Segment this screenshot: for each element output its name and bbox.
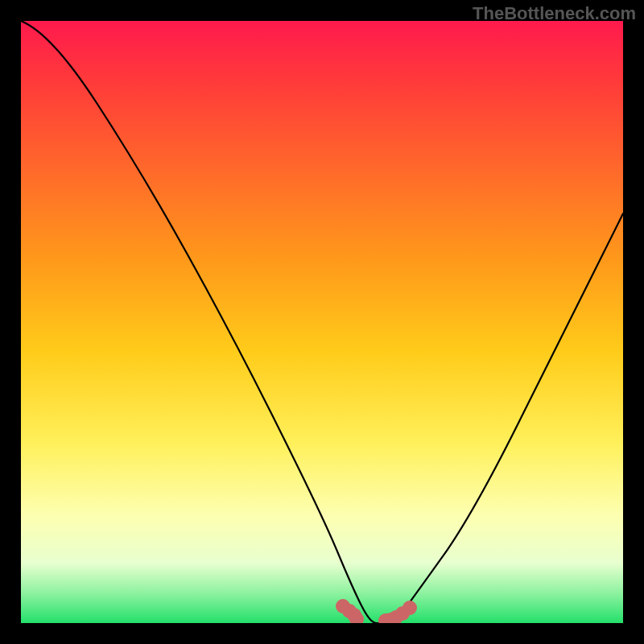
- marker-dots: [21, 21, 623, 623]
- marker-dot: [349, 612, 364, 623]
- watermark: TheBottleneck.com: [473, 3, 636, 24]
- plot-area: [21, 21, 623, 623]
- marker-dot: [402, 601, 417, 615]
